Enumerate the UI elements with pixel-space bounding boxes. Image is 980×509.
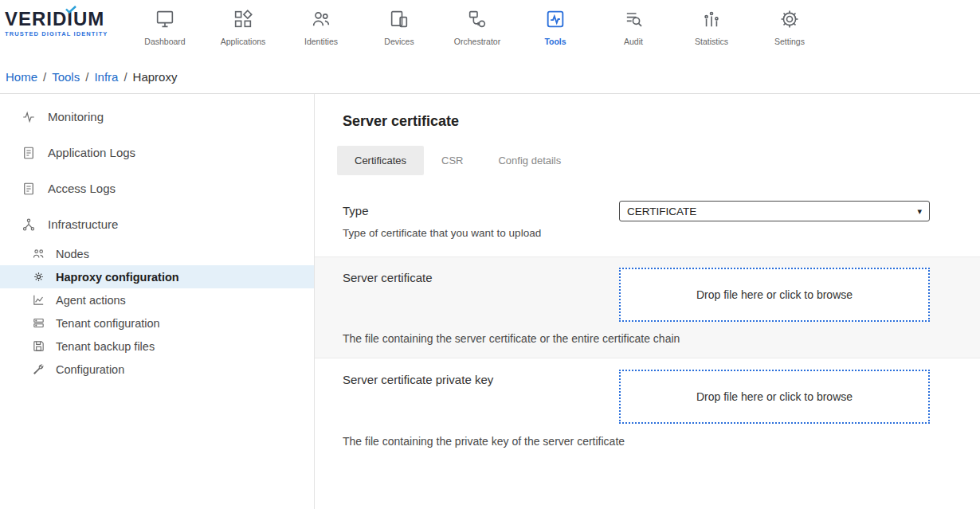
breadcrumb-home[interactable]: Home — [6, 70, 37, 84]
nav-item-applications[interactable]: Applications — [204, 6, 282, 46]
breadcrumb-separator: / — [123, 70, 127, 84]
breadcrumb-tools[interactable]: Tools — [52, 70, 80, 84]
chevron-down-icon: ▾ — [917, 206, 922, 217]
tab-certificates[interactable]: Certificates — [337, 146, 424, 175]
nav-label: Identities — [304, 37, 338, 46]
save-icon — [30, 339, 46, 353]
main-panel: Server certificate Certificates CSR Conf… — [315, 94, 980, 509]
brand-logo: VERIDIUM TRUSTED DIGITAL IDENTITY — [0, 0, 126, 37]
field-server-certificate: Server certificate Drop file here or cli… — [315, 256, 980, 358]
nav-label: Orchestrator — [454, 37, 500, 46]
sidebar-item-haproxy-configuration[interactable]: Haproxy configuration — [0, 265, 314, 288]
sidebar-item-label: Access Logs — [48, 182, 116, 195]
sidebar-item-agent-actions[interactable]: Agent actions — [0, 288, 314, 311]
server-certificate-dropzone[interactable]: Drop file here or click to browse — [619, 268, 930, 322]
gear-network-icon — [30, 270, 46, 284]
top-bar: VERIDIUM TRUSTED DIGITAL IDENTITY Dashbo… — [0, 0, 980, 61]
sidebar-item-tenant-configuration[interactable]: Tenant configuration — [0, 311, 314, 335]
brand-check-icon — [65, 6, 76, 14]
field-help-server-certificate: The file containing the server certifica… — [343, 332, 930, 345]
nav-item-audit[interactable]: Audit — [594, 6, 672, 46]
sidebar-item-label: Tenant configuration — [56, 317, 160, 330]
sidebar-item-infrastructure[interactable]: Infrastructure — [0, 206, 314, 242]
nav-label: Applications — [221, 37, 266, 46]
field-help-type: Type of certificate that you want to upl… — [343, 227, 930, 239]
sidebar-item-label: Configuration — [56, 363, 124, 376]
nav-label: Tools — [544, 37, 566, 46]
select-value: CERTIFICATE — [627, 206, 696, 217]
nav-item-settings[interactable]: Settings — [751, 6, 829, 46]
wrench-icon — [30, 362, 46, 376]
nav-label: Settings — [774, 37, 805, 46]
nav-item-orchestrator[interactable]: Orchestrator — [438, 6, 516, 46]
sidebar-item-label: Monitoring — [48, 110, 104, 123]
dropzone-text: Drop file here or click to browse — [696, 390, 853, 403]
content-area: Monitoring Application Logs Access Logs … — [0, 94, 980, 509]
nav-label: Audit — [624, 37, 643, 46]
field-help-private-key: The file containing the private key of t… — [343, 435, 930, 448]
identities-icon — [310, 6, 332, 32]
document-icon — [21, 146, 37, 160]
sidebar: Monitoring Application Logs Access Logs … — [0, 94, 315, 509]
breadcrumb-separator: / — [43, 70, 46, 84]
dropzone-text: Drop file here or click to browse — [696, 288, 853, 301]
nav-item-statistics[interactable]: Statistics — [672, 6, 751, 46]
dashboard-icon — [154, 6, 176, 32]
nav-item-devices[interactable]: Devices — [360, 6, 438, 46]
page-title: Server certificate — [343, 113, 980, 130]
nav-item-dashboard[interactable]: Dashboard — [126, 6, 204, 46]
document-icon — [21, 182, 37, 196]
nav-item-tools[interactable]: Tools — [516, 6, 594, 46]
tab-bar: Certificates CSR Config details — [337, 146, 980, 175]
people-icon — [30, 247, 46, 260]
audit-icon — [622, 6, 645, 32]
sidebar-item-label: Nodes — [56, 248, 89, 260]
activity-icon — [21, 110, 37, 124]
nav-label: Devices — [384, 37, 414, 46]
sidebar-item-label: Infrastructure — [48, 217, 118, 231]
field-label-type: Type — [343, 201, 619, 217]
field-label-server-certificate: Server certificate — [343, 268, 619, 284]
network-icon — [21, 217, 37, 232]
sidebar-item-tenant-backup-files[interactable]: Tenant backup files — [0, 335, 314, 358]
devices-icon — [388, 6, 410, 32]
sidebar-item-application-logs[interactable]: Application Logs — [0, 135, 314, 170]
server-icon — [30, 316, 46, 330]
private-key-dropzone[interactable]: Drop file here or click to browse — [619, 370, 930, 424]
breadcrumb: Home / Tools / Infra / Haproxy — [0, 61, 980, 94]
sidebar-item-label: Agent actions — [56, 294, 126, 307]
sidebar-item-configuration[interactable]: Configuration — [0, 358, 314, 381]
nav-label: Dashboard — [144, 37, 185, 46]
orchestrator-icon — [466, 6, 488, 32]
sidebar-item-label: Tenant backup files — [56, 340, 155, 353]
field-label-private-key: Server certificate private key — [343, 370, 619, 386]
sidebar-item-label: Application Logs — [48, 146, 135, 159]
tools-icon — [544, 6, 566, 32]
tab-config-details[interactable]: Config details — [480, 146, 578, 175]
statistics-icon — [700, 6, 723, 32]
field-type: Type CERTIFICATE ▾ Type of certificate t… — [315, 201, 980, 239]
sidebar-item-label: Haproxy configuration — [56, 271, 179, 284]
field-server-certificate-private-key: Server certificate private key Drop file… — [315, 358, 980, 448]
breadcrumb-infra[interactable]: Infra — [94, 70, 118, 84]
tab-csr[interactable]: CSR — [424, 146, 480, 175]
certificate-type-select[interactable]: CERTIFICATE ▾ — [619, 201, 930, 221]
sidebar-item-nodes[interactable]: Nodes — [0, 242, 314, 265]
sidebar-item-access-logs[interactable]: Access Logs — [0, 170, 314, 206]
applications-icon — [232, 6, 254, 32]
nav-label: Statistics — [695, 37, 728, 46]
sidebar-item-monitoring[interactable]: Monitoring — [0, 99, 314, 135]
top-navigation: Dashboard Applications Identities Device… — [126, 0, 829, 46]
settings-gear-icon — [778, 6, 801, 32]
breadcrumb-haproxy: Haproxy — [133, 70, 178, 84]
breadcrumb-separator: / — [85, 70, 88, 84]
line-chart-icon — [30, 293, 46, 307]
nav-item-identities[interactable]: Identities — [282, 6, 360, 46]
brand-tagline: TRUSTED DIGITAL IDENTITY — [5, 30, 126, 37]
